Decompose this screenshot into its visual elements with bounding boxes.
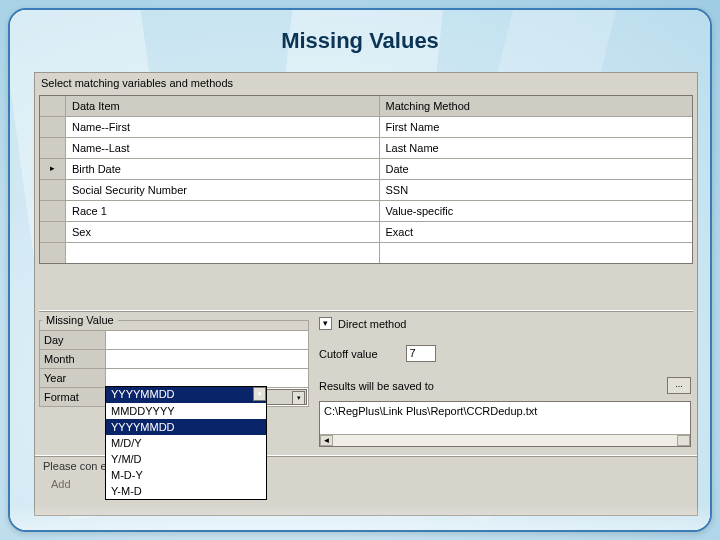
results-path-value: C:\RegPlus\Link Plus\Report\CCRDedup.txt — [324, 405, 537, 417]
settings-pane: ▾ Direct method Cutoff value 7 Results w… — [315, 314, 693, 447]
table-row[interactable] — [40, 243, 692, 263]
results-path-textarea[interactable]: C:\RegPlus\Link Plus\Report\CCRDedup.txt… — [319, 401, 691, 447]
cell-method[interactable]: SSN — [380, 180, 693, 200]
row-selector[interactable] — [40, 180, 66, 200]
cell-method[interactable]: Value-specific — [380, 201, 693, 221]
year-label: Year — [40, 369, 106, 387]
direct-method-label: Direct method — [338, 318, 406, 330]
dropdown-option[interactable]: Y-M-D — [106, 483, 266, 499]
grid-header-method: Matching Method — [380, 96, 693, 116]
dropdown-option[interactable]: YYYYMMDD — [106, 419, 266, 435]
results-saved-label: Results will be saved to — [319, 380, 667, 392]
variables-grid[interactable]: Data Item Matching Method Name--First Fi… — [39, 95, 693, 264]
direct-method-checkbox[interactable]: ▾ — [319, 317, 332, 330]
cell-data-item[interactable]: Name--Last — [66, 138, 380, 158]
chevron-down-icon[interactable]: ▾ — [292, 391, 305, 405]
chevron-down-icon[interactable]: ▾ — [253, 387, 266, 401]
format-label: Format — [40, 388, 106, 406]
month-label: Month — [40, 350, 106, 368]
cell-method[interactable]: Last Name — [380, 138, 693, 158]
day-label: Day — [40, 331, 106, 349]
browse-button[interactable]: ... — [667, 377, 691, 394]
row-selector[interactable] — [40, 138, 66, 158]
dropdown-option[interactable]: M/D/Y — [106, 435, 266, 451]
cell-method[interactable]: Exact — [380, 222, 693, 242]
table-row[interactable]: Social Security Number SSN — [40, 180, 692, 201]
table-row[interactable]: Name--Last Last Name — [40, 138, 692, 159]
page-title: Missing Values — [10, 28, 710, 54]
cell-data-item[interactable] — [66, 243, 380, 263]
row-selector[interactable] — [40, 117, 66, 137]
table-row[interactable]: Sex Exact — [40, 222, 692, 243]
cell-data-item[interactable]: Name--First — [66, 117, 380, 137]
cutoff-label: Cutoff value — [319, 348, 378, 360]
table-row[interactable]: Race 1 Value-specific — [40, 201, 692, 222]
grid-header-data-item: Data Item — [66, 96, 380, 116]
section-label: Select matching variables and methods — [35, 73, 697, 95]
grid-header-selector — [40, 96, 66, 116]
table-row[interactable]: Name--First First Name — [40, 117, 692, 138]
cell-data-item[interactable]: Social Security Number — [66, 180, 380, 200]
cell-method[interactable]: First Name — [380, 117, 693, 137]
scroll-right-icon[interactable] — [677, 435, 690, 446]
format-dropdown-header: YYYYMMDD ▾ — [106, 387, 266, 403]
cell-data-item[interactable]: Sex — [66, 222, 380, 242]
dialog-panel: Select matching variables and methods Da… — [34, 72, 698, 516]
table-row[interactable]: ▸ Birth Date Date — [40, 159, 692, 180]
dropdown-option[interactable]: M-D-Y — [106, 467, 266, 483]
cell-data-item[interactable]: Race 1 — [66, 201, 380, 221]
cutoff-input[interactable]: 7 — [406, 345, 436, 362]
row-selector[interactable] — [40, 243, 66, 263]
row-selector[interactable]: ▸ — [40, 159, 66, 179]
cell-method[interactable] — [380, 243, 693, 263]
format-dropdown-list[interactable]: YYYYMMDD ▾ MMDDYYYY YYYYMMDD M/D/Y Y/M/D… — [105, 386, 267, 500]
missing-value-pane: Missing Value Day Month Year — [39, 314, 309, 447]
month-field[interactable] — [106, 350, 308, 368]
dropdown-option[interactable]: Y/M/D — [106, 451, 266, 467]
row-selector[interactable] — [40, 201, 66, 221]
year-field[interactable] — [106, 369, 308, 387]
cell-data-item[interactable]: Birth Date — [66, 159, 380, 179]
dropdown-option[interactable]: MMDDYYYY — [106, 403, 266, 419]
bottom-pane: Missing Value Day Month Year — [39, 314, 693, 447]
scrollbar-track[interactable] — [333, 435, 677, 446]
add-label: Add — [51, 478, 71, 490]
cell-method[interactable]: Date — [380, 159, 693, 179]
horizontal-scrollbar[interactable]: ◄ — [320, 434, 690, 446]
row-selector[interactable] — [40, 222, 66, 242]
missing-value-legend: Missing Value — [42, 314, 118, 326]
scroll-left-icon[interactable]: ◄ — [320, 435, 333, 446]
day-field[interactable] — [106, 331, 308, 349]
grid-header-row: Data Item Matching Method — [40, 96, 692, 117]
